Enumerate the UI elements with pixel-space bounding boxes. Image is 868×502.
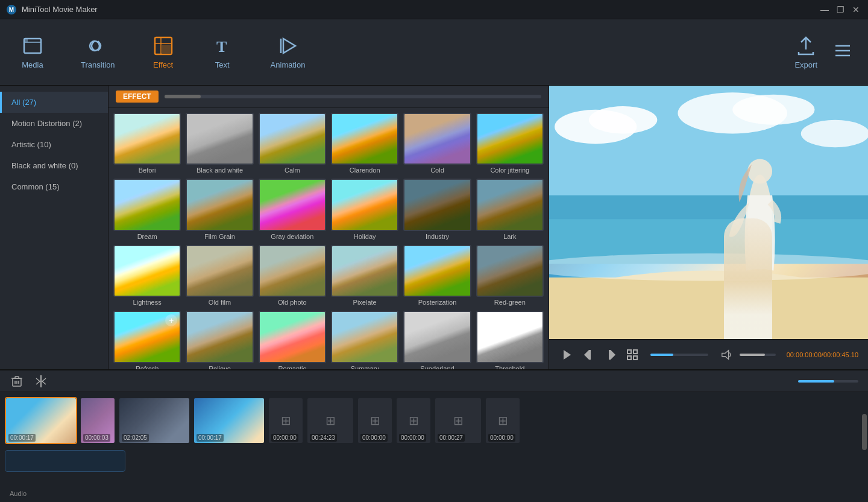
clip-empty-3[interactable]: ⊞ 00:00:00 bbox=[357, 397, 393, 444]
effect-thumb-filmgrain bbox=[186, 179, 253, 230]
effect-name-filmgrain: Film Grain bbox=[204, 233, 235, 240]
forward-button[interactable] bbox=[602, 346, 619, 363]
svg-rect-41 bbox=[15, 376, 19, 378]
effect-name-sunderland: Sunderland bbox=[420, 365, 454, 369]
clip-empty-5[interactable]: ⊞ 00:00:27 bbox=[434, 397, 482, 444]
effect-name-holiday: Holiday bbox=[354, 233, 376, 240]
effect-lightness[interactable]: Lightness bbox=[113, 245, 181, 306]
effect-befori[interactable]: Befori bbox=[113, 113, 181, 174]
effect-name-redgreen: Red-green bbox=[494, 299, 526, 306]
zoom-fill bbox=[798, 380, 834, 383]
effect-dream[interactable]: Dream bbox=[113, 179, 181, 240]
effect-holiday[interactable]: Holiday bbox=[331, 179, 398, 240]
timeline-scrollbar[interactable] bbox=[861, 392, 868, 502]
rewind-button[interactable] bbox=[580, 346, 597, 363]
volume-slider[interactable] bbox=[740, 354, 776, 356]
effect-relievo[interactable]: Relievo bbox=[186, 311, 253, 369]
zoom-slider[interactable] bbox=[798, 380, 858, 383]
effect-name-colorjitter: Color jittering bbox=[490, 167, 529, 174]
effect-name-summary: Summary bbox=[351, 365, 379, 369]
timeline-scrollbar-thumb[interactable] bbox=[862, 414, 867, 450]
clip-empty-6[interactable]: ⊞ 00:00:00 bbox=[485, 397, 521, 444]
animation-icon bbox=[277, 35, 299, 57]
effect-threshold[interactable]: Threshold bbox=[476, 311, 544, 369]
titlebar-controls: — ❐ ✕ bbox=[819, 4, 862, 16]
clip-time-3: 02:02:05 bbox=[122, 434, 149, 442]
effect-calm[interactable]: Calm bbox=[259, 113, 326, 174]
menu-button[interactable] bbox=[829, 39, 856, 66]
effect-industry[interactable]: Industry bbox=[403, 179, 471, 240]
volume-fill bbox=[740, 354, 765, 356]
app-logo-icon: M bbox=[6, 4, 17, 15]
svg-rect-3 bbox=[24, 39, 28, 42]
preview-panel: 00:00:00:00/00:00:45.10 bbox=[549, 86, 868, 369]
effects-grid-container[interactable]: Befori Black and white Calm bbox=[108, 108, 549, 369]
svg-marker-30 bbox=[584, 350, 589, 360]
toolbar-item-animation[interactable]: Animation bbox=[261, 30, 315, 74]
maximize-button[interactable]: ❐ bbox=[834, 4, 846, 16]
delete-clip-button[interactable] bbox=[10, 374, 24, 389]
app-title: MiniTool Movie Maker bbox=[22, 5, 98, 14]
sidebar-item-all[interactable]: All (27) bbox=[0, 92, 108, 113]
effects-scroll-track[interactable] bbox=[165, 95, 541, 98]
effect-lark[interactable]: Lark bbox=[476, 179, 544, 240]
svg-point-20 bbox=[732, 95, 814, 125]
clip-placeholder-icon: ⊞ bbox=[281, 413, 291, 428]
effect-filmgrain[interactable]: Film Grain bbox=[186, 179, 253, 240]
clip-time-1: 00:00:17 bbox=[8, 434, 36, 442]
clip-empty-2[interactable]: ⊞ 00:24:23 bbox=[306, 397, 354, 444]
effect-redgreen[interactable]: Red-green bbox=[476, 245, 544, 306]
effect-sunderland[interactable]: Sunderland bbox=[403, 311, 471, 369]
effects-area: EFFECT Befori Black and white bbox=[108, 86, 549, 369]
effect-summary[interactable]: Summary bbox=[331, 311, 398, 369]
export-button[interactable]: Export bbox=[794, 35, 817, 69]
effect-clarendon[interactable]: Clarendon bbox=[331, 113, 398, 174]
play-button[interactable] bbox=[559, 346, 576, 363]
sidebar-item-common[interactable]: Common (15) bbox=[0, 176, 108, 197]
effect-cold[interactable]: Cold bbox=[403, 113, 471, 174]
svg-text:T: T bbox=[216, 38, 227, 56]
split-clip-button[interactable] bbox=[34, 374, 48, 389]
timeline: 00:00:17 00:00:03 02:02:05 bbox=[0, 369, 868, 502]
effect-thumb-sunderland bbox=[403, 311, 471, 363]
close-button[interactable]: ✕ bbox=[850, 4, 862, 16]
audio-clip[interactable] bbox=[5, 450, 125, 472]
toolbar-item-text[interactable]: T Text bbox=[202, 30, 243, 74]
sidebar-item-artistic[interactable]: Artistic (10) bbox=[0, 134, 108, 155]
preview-progress-bar[interactable] bbox=[650, 354, 708, 356]
toolbar-item-effect[interactable]: Effect bbox=[143, 30, 184, 74]
effect-oldfilm[interactable]: Old film bbox=[186, 245, 253, 306]
effect-thumb-redgreen bbox=[476, 245, 544, 297]
toolbar-item-media[interactable]: Media bbox=[12, 30, 53, 74]
effect-name-cold: Cold bbox=[430, 167, 444, 174]
clip-person[interactable]: 02:02:05 bbox=[118, 397, 190, 444]
effect-posterize[interactable]: Posterization bbox=[403, 245, 471, 306]
clip-ocean[interactable]: 00:00:17 bbox=[193, 397, 265, 444]
toolbar-item-transition[interactable]: Transition bbox=[71, 30, 125, 74]
timeline-zoom bbox=[798, 380, 858, 383]
effect-name-oldfilm: Old film bbox=[209, 299, 231, 306]
clip-empty-1[interactable]: ⊞ 00:00:00 bbox=[268, 397, 304, 444]
svg-rect-35 bbox=[634, 350, 637, 354]
minimize-button[interactable]: — bbox=[819, 4, 831, 16]
effect-pixelate[interactable]: Pixelate bbox=[331, 245, 398, 306]
clip-dark[interactable]: 00:00:03 bbox=[80, 397, 116, 444]
volume-icon[interactable] bbox=[718, 346, 735, 363]
effect-graydev[interactable]: Gray deviation bbox=[259, 179, 326, 240]
sidebar-item-bw[interactable]: Black and white (0) bbox=[0, 155, 108, 176]
effect-thumb-relievo bbox=[186, 311, 253, 363]
clip-placeholder-icon-5: ⊞ bbox=[453, 413, 464, 428]
preview-ctrl-left bbox=[559, 346, 641, 363]
clip-beach[interactable]: 00:00:17 bbox=[5, 397, 77, 444]
effect-refresh[interactable]: + Refresh bbox=[113, 311, 181, 369]
effect-colorjitter[interactable]: Color jittering bbox=[476, 113, 544, 174]
effect-oldphoto[interactable]: Old photo bbox=[259, 245, 326, 306]
clip-empty-4[interactable]: ⊞ 00:00:00 bbox=[395, 397, 432, 444]
effect-romantic[interactable]: Romantic bbox=[259, 311, 326, 369]
fullscreen-button[interactable] bbox=[624, 346, 641, 363]
effect-bw[interactable]: Black and white bbox=[186, 113, 253, 174]
sidebar-item-motion[interactable]: Motion Distortion (2) bbox=[0, 113, 108, 134]
effects-scroll-thumb[interactable] bbox=[165, 95, 201, 98]
clip-time-6: 00:24:23 bbox=[310, 434, 337, 442]
preview-image bbox=[549, 86, 868, 339]
